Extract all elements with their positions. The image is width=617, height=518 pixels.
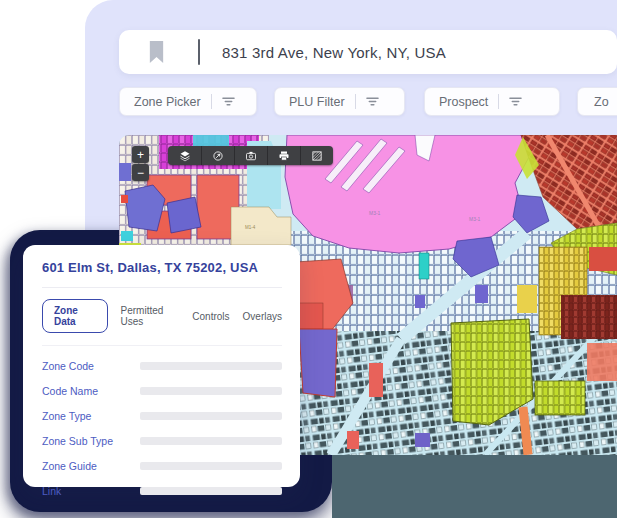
field-value-skeleton (140, 462, 282, 470)
tab-overlays[interactable]: Overlays (243, 311, 282, 322)
search-address: 831 3rd Ave, New York, NY, USA (222, 44, 446, 61)
card-tabs: Zone Data Permitted Uses Controls Overla… (42, 299, 282, 333)
hatch-overlay-icon (311, 150, 323, 162)
print-button[interactable] (267, 146, 300, 165)
card-title: 601 Elm St, Dallas, TX 75202, USA (42, 260, 282, 275)
divider (42, 345, 282, 346)
funnel-icon (508, 95, 523, 108)
field-value-skeleton (140, 437, 282, 445)
search-bar[interactable]: 831 3rd Ave, New York, NY, USA (119, 30, 617, 74)
bottom-dark-panel (332, 455, 617, 518)
map-zoom-control: + − (132, 146, 149, 182)
zoning-chip-cut[interactable]: Zo (577, 87, 617, 116)
zoom-out-button[interactable]: − (132, 164, 149, 181)
zone-label: M3-1 (469, 216, 481, 222)
text-cursor (198, 39, 200, 65)
zone-picker-chip[interactable]: Zone Picker (119, 87, 257, 116)
map-toolbar (168, 146, 333, 165)
field-label-link: Link (42, 485, 140, 497)
layers-button[interactable] (168, 146, 201, 165)
zone-label: M1-4 (245, 225, 256, 230)
camera-icon (245, 150, 257, 162)
compass-button[interactable] (201, 146, 234, 165)
field-label-zone-type: Zone Type (42, 410, 140, 422)
zone-label: M3-1 (369, 210, 381, 216)
field-label-zone-sub-type: Zone Sub Type (42, 435, 140, 447)
page: M3-1 M3-1 M1-4 + − (0, 0, 617, 518)
chip-divider (355, 94, 356, 109)
compass-icon (212, 150, 224, 162)
prospect-chip[interactable]: Prospect (424, 87, 560, 116)
chip-label: Zone Picker (134, 95, 201, 109)
field-value-skeleton (140, 362, 282, 370)
tab-permitted-uses[interactable]: Permitted Uses (121, 305, 180, 327)
field-label-zone-guide: Zone Guide (42, 460, 140, 472)
chip-label: Prospect (439, 95, 488, 109)
field-row: Zone Sub Type (42, 435, 282, 447)
field-row: Code Name (42, 385, 282, 397)
chip-divider (498, 94, 499, 109)
field-row: Zone Type (42, 410, 282, 422)
chip-divider (211, 94, 212, 109)
plu-filter-chip[interactable]: PLU Filter (274, 87, 405, 116)
field-row: Zone Code (42, 360, 282, 372)
layers-icon (179, 150, 191, 162)
field-row: Zone Guide (42, 460, 282, 472)
funnel-icon (221, 95, 236, 108)
divider (42, 287, 282, 288)
funnel-icon (365, 95, 380, 108)
field-value-skeleton (140, 412, 282, 420)
field-row: Link (42, 485, 282, 497)
tab-controls[interactable]: Controls (192, 311, 229, 322)
field-value-skeleton (140, 387, 282, 395)
zoom-in-button[interactable]: + (132, 146, 149, 163)
field-label-code-name: Code Name (42, 385, 140, 397)
chip-label: PLU Filter (289, 95, 345, 109)
overlay-pattern-button[interactable] (300, 146, 333, 165)
chip-label: Zo (594, 95, 609, 109)
field-value-skeleton (140, 487, 282, 495)
bookmark-icon[interactable] (147, 41, 166, 64)
field-label-zone-code: Zone Code (42, 360, 140, 372)
printer-icon (278, 150, 290, 162)
camera-button[interactable] (234, 146, 267, 165)
tab-zone-data[interactable]: Zone Data (42, 299, 108, 333)
parcel-detail-card: 601 Elm St, Dallas, TX 75202, USA Zone D… (23, 245, 300, 487)
